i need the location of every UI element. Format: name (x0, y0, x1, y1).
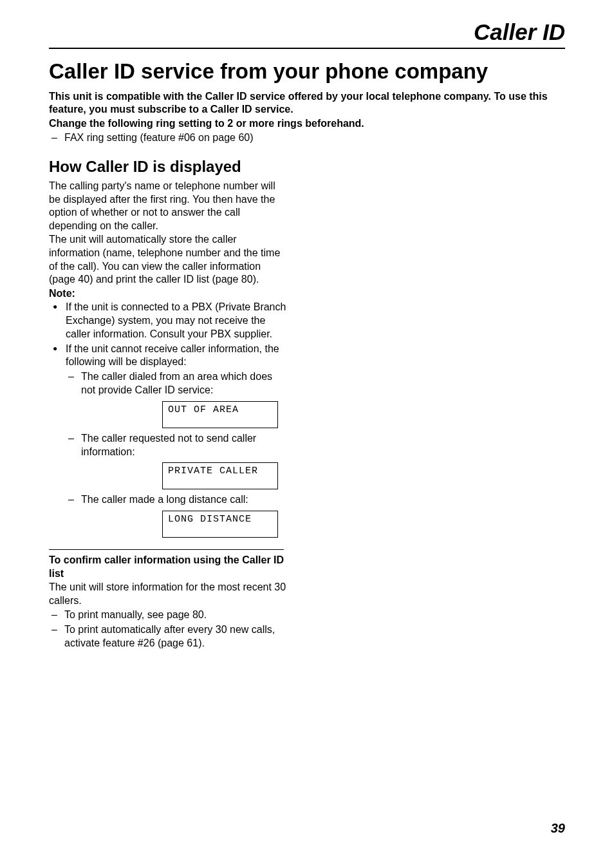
confirm-item-2: To print automatically after every 30 ne… (49, 623, 287, 650)
lcd-display-out-of-area: OUT OF AREA (162, 401, 278, 428)
confirm-body: The unit will store information for the … (49, 581, 287, 608)
case-3: The caller made a long distance call: (49, 493, 287, 507)
main-title: Caller ID service from your phone compan… (49, 59, 565, 84)
intro-bold-2: Change the following ring setting to 2 o… (49, 117, 565, 130)
page-number: 39 (551, 821, 565, 836)
case-1: The caller dialed from an area which doe… (49, 370, 287, 397)
intro-dash-item: FAX ring setting (feature #06 on page 60… (49, 131, 565, 145)
lcd-display-long-distance: LONG DISTANCE (162, 511, 278, 538)
page-header: Caller ID (49, 19, 565, 49)
intro-bold-1: This unit is compatible with the Caller … (49, 90, 565, 116)
confirm-item-1: To print manually, see page 80. (49, 609, 287, 622)
section-heading: How Caller ID is displayed (49, 158, 287, 176)
section-divider (49, 549, 284, 550)
note-bullet-2: If the unit cannot receive caller inform… (49, 343, 287, 370)
note-bullet-1: If the unit is connected to a PBX (Priva… (49, 301, 287, 341)
paragraph-1: The calling party's name or telephone nu… (49, 180, 287, 233)
case-2: The caller requested not to send caller … (49, 432, 287, 459)
lcd-display-private-caller: PRIVATE CALLER (162, 462, 278, 489)
paragraph-2: The unit will automatically store the ca… (49, 233, 287, 287)
confirm-heading: To confirm caller information using the … (49, 554, 287, 581)
note-label: Note: (49, 288, 287, 299)
